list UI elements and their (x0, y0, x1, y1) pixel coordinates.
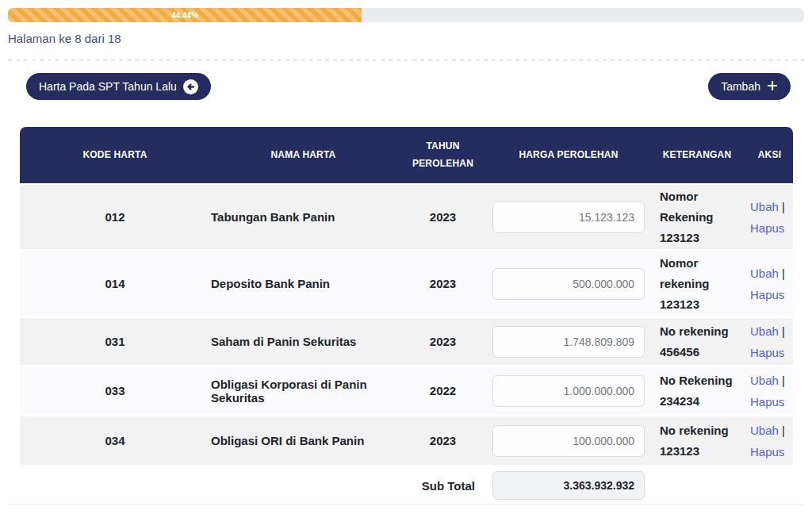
progress-bar-fill: 44.44% (8, 8, 362, 22)
cell-keterangan: No Rekening 234234 (648, 366, 746, 416)
ubah-link[interactable]: Ubah (750, 374, 779, 387)
col-header-nama-harta: NAMA HARTA (210, 127, 396, 184)
col-header-kode-harta: KODE HARTA (20, 127, 210, 184)
hapus-link[interactable]: Hapus (750, 288, 784, 301)
cell-kode: 033 (20, 366, 210, 416)
cell-keterangan: No rekening 123123 (648, 416, 746, 466)
action-separator: | (782, 267, 785, 280)
action-separator: | (782, 374, 785, 387)
col-header-tahun-perolehan: TAHUN PEROLEHAN (396, 127, 489, 184)
table-row: 012 Tabungan Bank Panin 2023 Nomor Reken… (20, 184, 793, 250)
cell-aksi: Ubah | Hapus (746, 317, 793, 366)
cell-kode: 014 (20, 250, 210, 317)
cell-tahun: 2023 (396, 184, 489, 250)
subtotal-row: Sub Total (20, 466, 793, 504)
page-indicator: Halaman ke 8 dari 18 (8, 32, 804, 45)
cell-nama: Deposito Bank Panin (210, 250, 396, 317)
bottom-divider (8, 504, 804, 505)
hapus-link[interactable]: Hapus (750, 221, 784, 235)
table-row: 014 Deposito Bank Panin 2023 Nomor reken… (20, 250, 793, 317)
col-header-aksi: AKSI (746, 127, 793, 184)
harga-perolehan-input[interactable] (492, 268, 645, 300)
table-row: 034 Obligasi ORI di Bank Panin 2023 No r… (20, 416, 793, 466)
harga-perolehan-input[interactable] (492, 201, 645, 233)
top-divider (8, 59, 804, 61)
cell-nama: Obligasi Korporasi di Panin Sekuritas (210, 366, 396, 416)
cell-nama: Tabungan Bank Panin (210, 184, 396, 250)
cell-tahun: 2023 (396, 317, 489, 366)
cell-tahun: 2023 (396, 250, 489, 317)
subtotal-input (492, 471, 645, 500)
cell-kode: 012 (20, 184, 210, 250)
cell-aksi: Ubah | Hapus (746, 366, 793, 416)
add-button[interactable]: Tambah + (708, 73, 791, 100)
harga-perolehan-input[interactable] (492, 425, 645, 457)
cell-aksi: Ubah | Hapus (746, 416, 793, 466)
cell-keterangan: No rekening 456456 (648, 317, 746, 366)
table-row: 031 Saham di Panin Sekuritas 2023 No rek… (20, 317, 793, 366)
action-separator: | (782, 324, 785, 338)
ubah-link[interactable]: Ubah (750, 267, 779, 280)
col-header-harga-perolehan: HARGA PEROLEHAN (489, 127, 648, 184)
col-header-keterangan: KETERANGAN (648, 127, 746, 184)
hapus-link[interactable]: Hapus (750, 346, 784, 359)
add-button-label: Tambah (721, 80, 760, 93)
cell-nama: Obligasi ORI di Bank Panin (210, 416, 396, 466)
cell-tahun: 2022 (396, 366, 489, 416)
hapus-link[interactable]: Hapus (750, 395, 784, 409)
hapus-link[interactable]: Hapus (750, 445, 784, 458)
harta-table: KODE HARTA NAMA HARTA TAHUN PEROLEHAN HA… (20, 127, 793, 504)
cell-kode: 031 (20, 317, 210, 366)
progress-bar: 44.44% (8, 8, 804, 22)
subtotal-label: Sub Total (396, 466, 489, 504)
table-header-row: KODE HARTA NAMA HARTA TAHUN PEROLEHAN HA… (20, 127, 793, 184)
progress-label: 44.44% (171, 11, 198, 20)
back-to-previous-spt-button[interactable]: Harta Pada SPT Tahun Lalu (26, 73, 211, 100)
cell-aksi: Ubah | Hapus (746, 250, 793, 317)
cell-aksi: Ubah | Hapus (746, 184, 793, 250)
back-button-label: Harta Pada SPT Tahun Lalu (39, 80, 177, 93)
harga-perolehan-input[interactable] (492, 375, 645, 407)
action-separator: | (782, 424, 785, 437)
plus-icon: + (767, 76, 778, 95)
action-separator: | (782, 200, 785, 213)
ubah-link[interactable]: Ubah (750, 200, 779, 213)
cell-kode: 034 (20, 416, 210, 466)
cell-keterangan: Nomor Rekening 123123 (648, 184, 746, 250)
cell-nama: Saham di Panin Sekuritas (210, 317, 396, 366)
toolbar: Harta Pada SPT Tahun Lalu Tambah + (26, 73, 791, 100)
table-row: 033 Obligasi Korporasi di Panin Sekurita… (20, 366, 793, 416)
arrow-left-circle-icon (183, 79, 198, 94)
cell-keterangan: Nomor rekening 123123 (648, 250, 746, 317)
harga-perolehan-input[interactable] (492, 326, 645, 358)
ubah-link[interactable]: Ubah (750, 424, 779, 437)
ubah-link[interactable]: Ubah (750, 324, 779, 338)
cell-tahun: 2023 (396, 416, 489, 466)
